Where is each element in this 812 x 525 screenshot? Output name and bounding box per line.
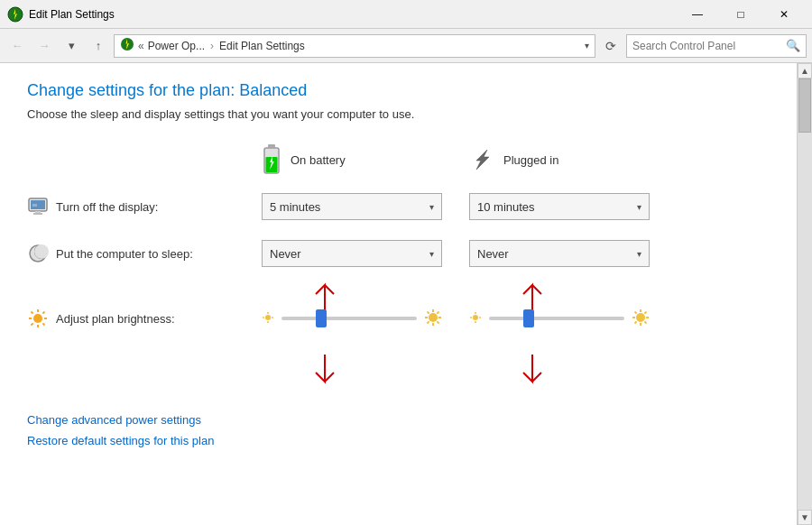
brightness-plugged-track xyxy=(489,317,624,320)
scroll-up-button[interactable]: ▲ xyxy=(798,63,812,78)
advanced-settings-link[interactable]: Change advanced power settings xyxy=(27,413,770,427)
svg-rect-5 xyxy=(268,144,275,149)
brightness-battery-thumb[interactable] xyxy=(316,309,327,327)
bottom-links: Change advanced power settings Restore d… xyxy=(27,413,770,447)
display-battery-control: 5 minutes ▾ xyxy=(262,193,469,220)
sleep-controls: Never ▾ Never ▾ xyxy=(262,240,770,267)
svg-line-24 xyxy=(42,323,44,325)
title-bar-controls: — □ ✕ xyxy=(677,2,805,27)
address-chevron-icon: ▾ xyxy=(585,41,589,51)
sleep-plugged-arrow: ▾ xyxy=(637,249,641,259)
sleep-plugged-control: Never ▾ xyxy=(469,240,677,267)
plugged-column-label: Plugged in xyxy=(503,153,558,167)
plug-icon xyxy=(469,146,494,174)
display-battery-dropdown[interactable]: 5 minutes ▾ xyxy=(262,193,442,220)
scrollbar: ▲ ▼ xyxy=(797,63,812,525)
up-button[interactable]: ↑ xyxy=(87,34,110,58)
breadcrumb-item-1[interactable]: Power Op... xyxy=(148,40,205,52)
title-bar: Edit Plan Settings — □ ✕ xyxy=(0,0,812,29)
scroll-track xyxy=(798,78,812,510)
page-subtitle: Choose the sleep and display settings th… xyxy=(27,107,770,121)
display-plugged-dropdown[interactable]: 10 minutes ▾ xyxy=(469,193,650,220)
plugged-column-header: Plugged in xyxy=(469,143,677,177)
svg-line-40 xyxy=(428,321,429,323)
search-box: 🔍 xyxy=(626,34,807,58)
display-plugged-value: 10 minutes xyxy=(477,200,633,214)
breadcrumb-item-2[interactable]: Edit Plan Settings xyxy=(219,40,305,52)
svg-line-54 xyxy=(635,321,637,323)
brightness-battery-track xyxy=(281,317,417,320)
content-area: Change settings for the plan: Balanced C… xyxy=(0,63,797,525)
scroll-thumb[interactable] xyxy=(798,78,811,133)
display-icon xyxy=(27,196,49,217)
brightness-plugged-thumb[interactable] xyxy=(523,309,534,327)
search-icon-button[interactable]: 🔍 xyxy=(786,39,800,52)
address-bar: « Power Op... › Edit Plan Settings ▾ xyxy=(114,34,595,58)
display-plugged-control: 10 minutes ▾ xyxy=(469,193,677,220)
sleep-icon xyxy=(27,243,49,264)
red-arrows-bottom xyxy=(27,350,770,395)
scroll-down-button[interactable]: ▼ xyxy=(798,510,812,525)
maximize-button[interactable]: □ xyxy=(720,2,761,27)
svg-rect-12 xyxy=(33,213,42,215)
back-button[interactable]: ← xyxy=(5,34,29,58)
title-bar-icon xyxy=(7,6,23,23)
minimize-button[interactable]: — xyxy=(677,2,718,27)
display-plugged-arrow: ▾ xyxy=(637,202,641,212)
title-bar-title: Edit Plan Settings xyxy=(29,8,677,21)
battery-column-header: On battery xyxy=(262,143,469,177)
display-battery-arrow: ▾ xyxy=(429,202,434,212)
nav-bar: ← → ▾ ↑ « Power Op... › Edit Plan Settin… xyxy=(0,29,812,63)
breadcrumb: « xyxy=(138,40,144,52)
red-arrows-row xyxy=(27,276,770,317)
sleep-battery-control: Never ▾ xyxy=(262,240,469,267)
sleep-battery-arrow: ▾ xyxy=(429,249,434,259)
sleep-label-area: Put the computer to sleep: xyxy=(27,243,262,264)
sleep-label: Put the computer to sleep: xyxy=(56,247,193,261)
sleep-setting-row: Put the computer to sleep: Never ▾ Never… xyxy=(27,238,770,269)
svg-rect-13 xyxy=(32,204,37,207)
display-label: Turn off the display: xyxy=(56,200,158,214)
svg-marker-8 xyxy=(476,150,489,170)
battery-icon xyxy=(262,143,281,177)
restore-defaults-link[interactable]: Restore default settings for this plan xyxy=(27,434,770,447)
sleep-plugged-dropdown[interactable]: Never ▾ xyxy=(469,240,650,267)
page-title: Change settings for the plan: Balanced xyxy=(27,81,770,100)
svg-line-38 xyxy=(437,321,438,323)
refresh-button[interactable]: ⟳ xyxy=(599,34,623,58)
display-controls: 5 minutes ▾ 10 minutes ▾ xyxy=(262,193,770,220)
sleep-plugged-value: Never xyxy=(477,247,633,261)
display-label-area: Turn off the display: xyxy=(27,196,262,217)
svg-line-26 xyxy=(32,323,33,325)
sleep-battery-dropdown[interactable]: Never ▾ xyxy=(262,240,442,267)
search-input[interactable] xyxy=(632,40,786,52)
svg-line-52 xyxy=(644,321,646,323)
column-headers: On battery Plugged in xyxy=(27,143,770,177)
dropdown-button[interactable]: ▾ xyxy=(60,34,83,58)
forward-button[interactable]: → xyxy=(32,34,56,58)
main-content: Change settings for the plan: Balanced C… xyxy=(0,63,812,525)
close-button[interactable]: ✕ xyxy=(763,2,805,27)
display-setting-row: Turn off the display: 5 minutes ▾ 10 min… xyxy=(27,191,770,222)
display-battery-value: 5 minutes xyxy=(270,200,426,214)
sleep-battery-value: Never xyxy=(270,247,426,261)
battery-column-label: On battery xyxy=(291,153,346,167)
svg-point-17 xyxy=(34,244,49,259)
breadcrumb-icon xyxy=(120,37,134,54)
